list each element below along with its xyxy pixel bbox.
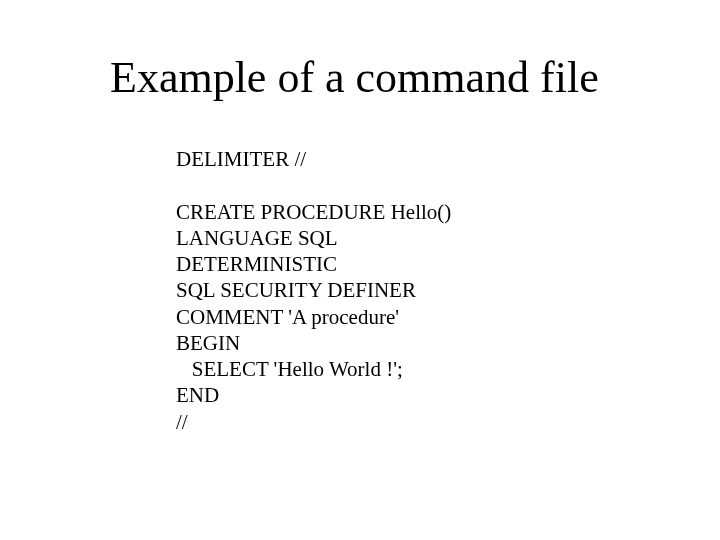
code-line: CREATE PROCEDURE Hello() <box>176 200 451 224</box>
code-line: SQL SECURITY DEFINER <box>176 278 416 302</box>
slide: Example of a command file DELIMITER // C… <box>0 0 720 540</box>
code-block: DELIMITER // CREATE PROCEDURE Hello() LA… <box>176 146 451 435</box>
code-line: // <box>176 410 188 434</box>
code-line: SELECT 'Hello World !'; <box>176 357 403 381</box>
code-line: COMMENT 'A procedure' <box>176 305 399 329</box>
code-line: LANGUAGE SQL <box>176 226 338 250</box>
code-line: END <box>176 383 219 407</box>
slide-title: Example of a command file <box>110 52 599 103</box>
code-line: DETERMINISTIC <box>176 252 337 276</box>
code-line: BEGIN <box>176 331 240 355</box>
code-line: DELIMITER // <box>176 147 306 171</box>
